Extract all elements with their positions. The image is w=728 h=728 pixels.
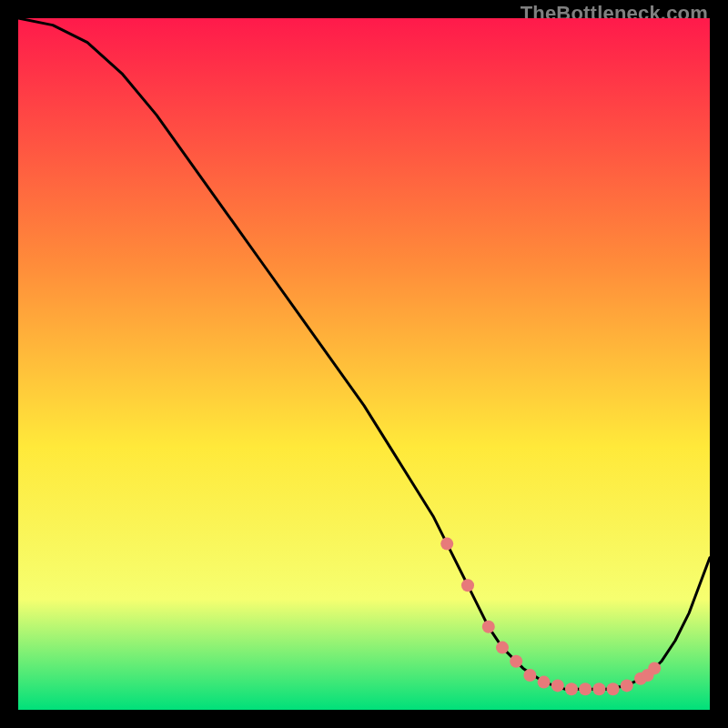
gradient-background: [18, 18, 710, 710]
marker-dot: [482, 621, 495, 633]
marker-dot: [579, 682, 592, 695]
marker-dot: [621, 679, 633, 692]
marker-dot: [592, 682, 605, 695]
marker-dot: [523, 669, 536, 682]
marker-dot: [496, 642, 509, 654]
bottleneck-chart: [18, 18, 710, 710]
marker-dot: [648, 662, 661, 674]
marker-dot: [510, 655, 522, 668]
marker-dot: [461, 579, 474, 592]
marker-dot: [440, 538, 453, 551]
marker-dot: [565, 682, 578, 695]
marker-dot: [607, 682, 620, 695]
marker-dot: [538, 676, 551, 689]
marker-dot: [551, 679, 564, 692]
chart-frame: [18, 18, 710, 710]
